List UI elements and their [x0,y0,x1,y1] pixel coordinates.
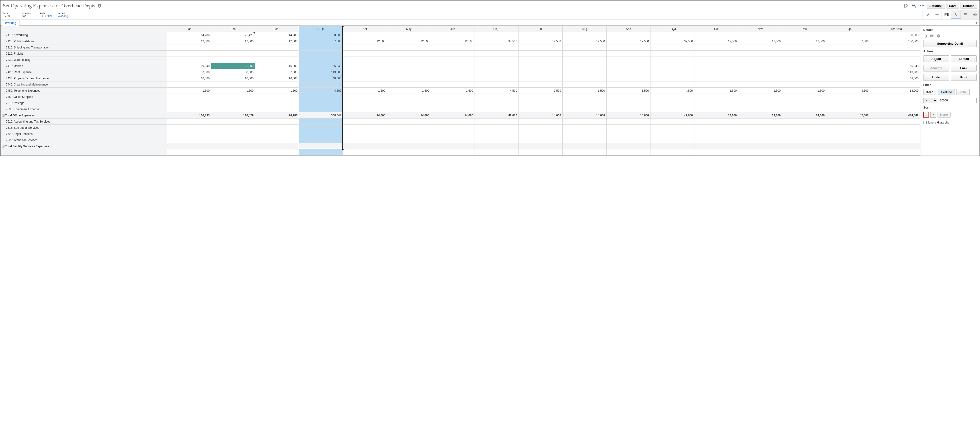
grid-cell[interactable] [255,143,299,150]
grid-cell[interactable]: 42,000 [826,112,870,118]
grid-cell[interactable] [167,100,211,106]
grid-cell[interactable] [519,57,563,63]
data-options-icon[interactable] [951,10,961,19]
grid-cell[interactable]: 1,500 [387,88,431,94]
grid-cell[interactable] [343,94,387,100]
grid-cell[interactable] [387,81,431,88]
grid-cell[interactable] [519,75,563,81]
grid-cell[interactable] [299,45,343,51]
grid-cell[interactable]: 55,048 [870,63,920,69]
grid-cell[interactable]: 12,500 [694,38,738,45]
grid-cell[interactable] [519,32,563,38]
col-header-jun[interactable]: Jun [431,26,475,32]
grid-cell[interactable] [475,137,519,143]
grid-cell[interactable]: 1,500 [563,88,606,94]
grid-cell[interactable] [211,51,255,57]
filter-value-input[interactable] [939,98,977,103]
grid-cell[interactable] [826,100,870,106]
grid-cell[interactable] [826,131,870,137]
grid-cell[interactable] [343,143,387,150]
grid-cell[interactable] [255,100,299,106]
grid-cell[interactable] [519,125,563,131]
grid-cell[interactable] [299,137,343,143]
grid-cell[interactable] [870,137,920,143]
grid-cell[interactable] [606,137,651,143]
grid-cell[interactable] [475,75,519,81]
grid-cell[interactable] [606,63,651,69]
grid-cell[interactable] [606,118,651,125]
grid-cell[interactable]: 12,500 [606,38,651,45]
grid-cell[interactable] [475,45,519,51]
grid-cell[interactable] [519,143,563,150]
grid-cell[interactable] [299,94,343,100]
grid-cell[interactable] [387,69,431,75]
grid-cell[interactable] [211,81,255,88]
grid-cell[interactable] [255,94,299,100]
refresh-button[interactable]: Refresh [961,3,977,9]
lock-button[interactable]: Lock [951,65,977,72]
grid-cell[interactable]: 12,500 [255,38,299,45]
grid-cell[interactable] [694,150,738,156]
supporting-detail-button[interactable]: Supporting Detail [923,40,977,47]
grid-cell[interactable]: 19,048 [167,63,211,69]
grid-cell[interactable] [782,100,826,106]
grid-cell[interactable] [563,100,606,106]
grid-cell[interactable] [211,131,255,137]
row-header[interactable]: 7530: Equipment Expense [1,106,167,112]
grid-cell[interactable] [826,32,870,38]
row-header[interactable]: 7430: Property Tax and Insurance [1,75,167,81]
ignore-hierarchy-row[interactable]: Ignore Hierarchy [923,121,977,124]
grid-cell[interactable] [167,106,211,112]
grid-cell[interactable] [606,150,651,156]
grid-cell[interactable]: 14,000 [343,112,387,118]
grid-cell[interactable] [782,63,826,69]
info-icon[interactable]: i [97,4,101,8]
grid-cell[interactable] [870,118,920,125]
row-header[interactable]: 7120: Public Relations [1,38,167,45]
col-header-dec[interactable]: Dec [782,26,826,32]
grid-cell[interactable] [651,45,694,51]
grid-cell[interactable] [563,118,606,125]
grid-cell[interactable] [782,94,826,100]
grid-cell[interactable] [606,106,651,112]
pov-version-value[interactable]: Working [58,14,70,18]
grid-cell[interactable] [167,131,211,137]
grid-cell[interactable] [387,100,431,106]
pov-year[interactable]: Year FY23 [0,10,18,19]
grid-cell[interactable]: 1,500 [343,88,387,94]
adjust-button[interactable]: Adjust [923,55,949,62]
grid-cell[interactable] [343,131,387,137]
grid-cell[interactable]: 1,500 [431,88,475,94]
grid-cell[interactable] [343,150,387,156]
grid-cell[interactable] [694,45,738,51]
grid-cell[interactable]: 21,429 [211,32,255,38]
grid-cell[interactable] [738,94,782,100]
grid-cell[interactable]: 14,000 [431,112,475,118]
grid-cell[interactable] [431,143,475,150]
grid-cell[interactable]: 1,500 [782,88,826,94]
grid-cell[interactable] [343,75,387,81]
grid-cell[interactable] [782,32,826,38]
grid-cell[interactable] [738,118,782,125]
grid-cell[interactable] [563,94,606,100]
collapse-icon[interactable]: − [888,28,890,30]
sort-asc-button[interactable]: ▲ [923,112,929,118]
grid-cell[interactable] [738,57,782,63]
grid-cell[interactable] [782,81,826,88]
grid-cell[interactable] [519,137,563,143]
grid-cell[interactable] [826,118,870,125]
tab-working[interactable]: Working [2,20,19,25]
grid-cell[interactable] [519,106,563,112]
grid-cell[interactable] [782,45,826,51]
history-icon[interactable] [937,34,940,38]
comment-icon[interactable] [930,34,934,38]
grid-cell[interactable]: 12,500 [782,38,826,45]
grid-cell[interactable] [606,75,651,81]
grid-cell[interactable] [651,100,694,106]
grid-cell[interactable] [475,57,519,63]
grid-cell[interactable] [519,63,563,69]
grid-cell[interactable]: 48,000 [299,75,343,81]
grid-cell[interactable] [255,51,299,57]
grid-cell[interactable] [431,51,475,57]
grid-cell[interactable] [826,51,870,57]
